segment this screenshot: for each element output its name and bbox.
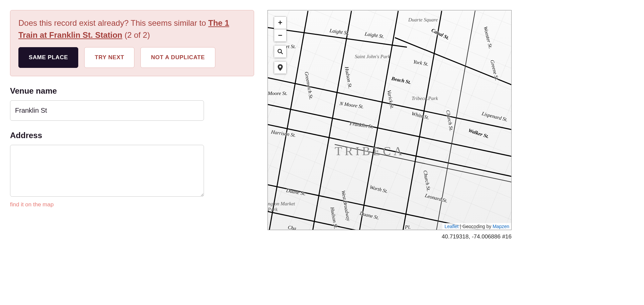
marker-icon: [278, 64, 283, 71]
zoom-out-button[interactable]: −: [274, 29, 287, 42]
try-next-button[interactable]: Try Next: [84, 47, 134, 68]
map-tiles: [268, 10, 511, 230]
zoom-in-button[interactable]: +: [274, 16, 287, 29]
same-place-button[interactable]: Same Place: [18, 47, 78, 68]
street-label: Pl.: [405, 224, 411, 230]
address-textarea[interactable]: [10, 145, 204, 197]
svg-line-1: [281, 52, 283, 54]
venue-name-input[interactable]: [10, 100, 204, 121]
park-label: Tribeca.Park: [412, 96, 438, 101]
map-coordinates: 40.719318, -74.006886 #16: [267, 233, 512, 240]
map-marker-button[interactable]: [274, 61, 287, 74]
alert-message: Does this record exist already? This see…: [18, 17, 246, 41]
map[interactable]: TRIBECA Saint John's Park Tribeca.Park D…: [267, 10, 512, 230]
district-label: TRIBECA: [335, 144, 405, 158]
map-controls: + −: [274, 16, 287, 74]
leaflet-link[interactable]: Leaflet: [444, 224, 458, 229]
park-label: ngton Market Park: [268, 201, 295, 212]
map-attribution: Leaflet | Geocoding by Mapzen: [442, 223, 511, 230]
attribution-sep: | Geocoding by: [458, 224, 493, 229]
street-label: Moore St.: [268, 91, 288, 96]
map-search-button[interactable]: [274, 45, 287, 58]
svg-point-0: [278, 49, 282, 53]
venue-name-label: Venue name: [10, 86, 254, 96]
mapzen-link[interactable]: Mapzen: [493, 224, 509, 229]
address-label: Address: [10, 131, 254, 140]
svg-point-2: [279, 66, 281, 68]
alert-actions: Same Place Try Next Not a Duplicate: [18, 47, 246, 68]
park-label: Saint John's Park: [355, 54, 390, 60]
not-duplicate-button[interactable]: Not a Duplicate: [140, 47, 215, 68]
duplicate-alert: Does this record exist already? This see…: [10, 10, 254, 76]
park-label: Duarte Square: [408, 17, 438, 23]
alert-prompt: Does this record exist already? This see…: [18, 18, 208, 27]
alert-counter: (2 of 2): [122, 30, 150, 39]
find-on-map-link[interactable]: find it on the map: [10, 201, 53, 208]
search-icon: [277, 48, 283, 55]
